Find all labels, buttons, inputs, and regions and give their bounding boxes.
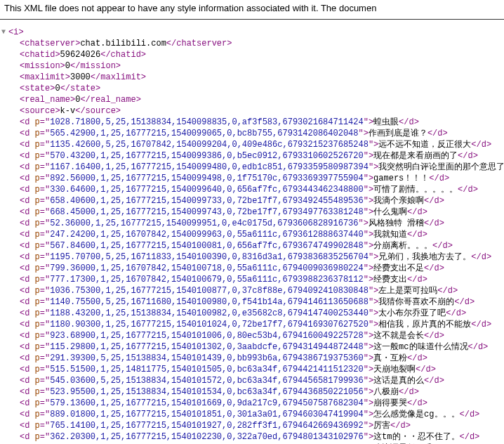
d-element: <d p="247.24200,1,25,16707842,1540099963…: [20, 229, 504, 240]
divider: [0, 19, 504, 20]
chatserver-element: <chatserver>chat.bilibili.com</chatserve…: [20, 38, 504, 49]
d-element: <d p="765.14100,1,25,16777215,1540101927…: [20, 420, 504, 431]
d-element: <d p="570.43200,1,25,16777215,1540099386…: [20, 150, 504, 162]
d-element: <d p="889.01800,1,25,16777215,1540101851…: [20, 409, 504, 420]
d-element: <d p="579.13600,1,25,16777215,1540101669…: [20, 398, 504, 409]
d-element: <d p="1180.90300,1,25,16777215,154010102…: [20, 319, 504, 330]
d-element: <d p="892.56000,1,25,16777215,1540099498…: [20, 173, 504, 184]
real_name-element: <real_name>0</real_name>: [20, 94, 504, 105]
d-element: <d p="668.45000,1,25,16777215,1540099743…: [20, 207, 504, 218]
d-element: <d p="330.64600,1,25,16777215,1540099640…: [20, 184, 504, 195]
maxlimit-element: <maxlimit>3000</maxlimit>: [20, 72, 504, 83]
root-open[interactable]: ▼<i>: [0, 27, 504, 38]
root-tag-name: i: [13, 27, 18, 37]
state-element: <state>0</state>: [20, 83, 504, 94]
d-element: <d p="115.29800,1,25,16777215,1540101302…: [20, 341, 504, 353]
chatid-element: <chatid>59624026</chatid>: [20, 49, 504, 60]
mission-element: <mission>0</mission>: [20, 60, 504, 72]
d-element: <d p="291.39300,5,25,15138834,1540101439…: [20, 353, 504, 364]
source-element: <source>k-v</source>: [20, 105, 504, 117]
d-element: <d p="1028.71800,5,25,15138834,154009883…: [20, 117, 504, 128]
style-warning-banner: This XML file does not appear to have an…: [0, 0, 504, 19]
d-element: <d p="658.40600,1,25,16777215,1540099733…: [20, 195, 504, 207]
d-element: <d p="565.42900,1,25,16777215,1540099065…: [20, 128, 504, 139]
d-element: <d p="545.03600,5,25,15138834,1540101572…: [20, 375, 504, 386]
d-element: <d p="1188.43200,1,25,15138834,154010098…: [20, 308, 504, 319]
xml-tree: ▼<i> <chatserver>chat.bilibili.com</chat…: [0, 27, 504, 444]
d-element: <d p="799.36000,1,25,16707842,1540100718…: [20, 263, 504, 274]
d-element: <d p="523.95500,1,25,15138834,1540101534…: [20, 386, 504, 398]
d-element: <d p="362.20300,1,25,16777215,1540102230…: [20, 431, 504, 443]
d-element: <d p="1140.75500,5,25,16711680,154010098…: [20, 296, 504, 308]
d-element: <d p="567.84600,1,25,16777215,1540100081…: [20, 240, 504, 252]
d-element: <d p="1195.70700,5,25,16711833,154010039…: [20, 252, 504, 263]
d-element: <d p="777.17300,1,25,16707842,1540100679…: [20, 274, 504, 285]
d-element: <d p="1135.42600,5,25,16707842,154009920…: [20, 139, 504, 150]
expand-caret-icon[interactable]: ▼: [1, 27, 8, 38]
d-element: <d p="1167.16400,1,25,16777215,154009948…: [20, 162, 504, 173]
d-element: <d p="52.36000,1,25,16777215,1540099951,…: [20, 218, 504, 229]
d-element: <d p="1036.75300,1,25,16777215,154010087…: [20, 285, 504, 296]
d-element: <d p="923.68900,1,25,16777215,1540101006…: [20, 330, 504, 341]
d-element: <d p="515.51500,1,25,14811775,1540101505…: [20, 364, 504, 375]
